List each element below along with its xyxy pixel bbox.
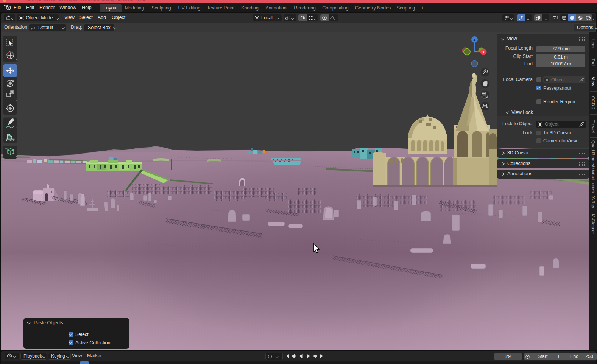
svg-text:Z: Z [474,37,476,42]
svg-text:X: X [482,50,485,54]
